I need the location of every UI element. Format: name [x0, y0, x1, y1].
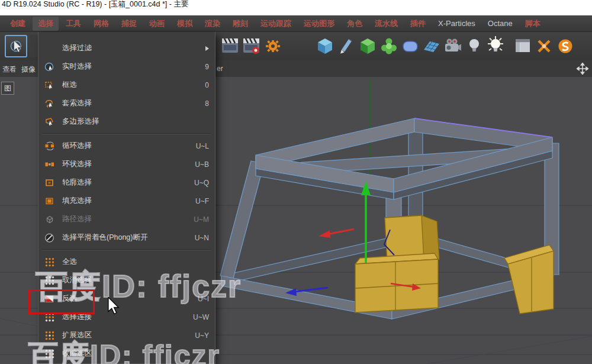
menu-工具[interactable]: 工具: [60, 17, 86, 31]
partial-tool-button[interactable]: [30, 35, 38, 57]
menu-item-环状选择[interactable]: 环状选择U~B: [38, 155, 215, 173]
menu-item-shortcut: U~B: [195, 160, 209, 169]
outline-select-icon: [43, 177, 56, 189]
floor-button[interactable]: [422, 35, 442, 57]
toolbar-buttons: [220, 35, 575, 57]
pen-icon: [336, 35, 356, 57]
menu-item-选择过滤[interactable]: 选择过滤: [38, 39, 215, 57]
path-select-icon: [43, 214, 56, 226]
x-cross-icon: [534, 35, 554, 57]
clapper-icon: [220, 35, 240, 57]
menu-item-label: 套索选择: [62, 98, 201, 108]
menu-动画[interactable]: 动画: [144, 17, 170, 31]
lasso-select-icon: [43, 98, 56, 109]
menu-插件[interactable]: 插件: [405, 17, 431, 31]
camera-icon: [443, 35, 463, 57]
menu-item-多边形选择[interactable]: 多边形选择: [38, 112, 215, 131]
menu-item-轮廓选择[interactable]: 轮廓选择U~Q: [38, 173, 215, 192]
menu-item-label: 轮廓选择: [62, 178, 191, 188]
menu-模拟[interactable]: 模拟: [172, 17, 198, 31]
viewport-menu-partial-text: er: [217, 65, 223, 73]
cinema4d-window: 4D R19.024 Studio (RC - R19) - [玉箱_0001.…: [0, 0, 592, 364]
menu-item-shortcut: U~W: [193, 313, 209, 321]
layout-icon: [513, 35, 533, 57]
menu-separator: [42, 133, 211, 134]
live-selection-icon: [6, 36, 26, 56]
menu-item-框选[interactable]: 框选0: [38, 76, 215, 94]
live-select-icon: [43, 61, 56, 73]
pillow-icon: [400, 35, 420, 57]
mouse-cursor: [107, 297, 120, 315]
menu-运动图形[interactable]: 运动图形: [298, 17, 340, 31]
bulb-glow-icon: [485, 35, 506, 57]
z-axis-arrow: [294, 288, 328, 292]
menu-item-label: 多边形选择: [62, 117, 209, 127]
light-button[interactable]: [464, 35, 484, 57]
menu-item-实时选择[interactable]: 实时选择9: [38, 57, 215, 76]
menu-item-label: 环状选择: [62, 159, 191, 169]
plane-icon: [422, 35, 442, 57]
menu-item-shortcut: U~M: [194, 215, 209, 224]
menu-item-路径选择: 路径选择U~M: [38, 210, 215, 228]
mograph-button[interactable]: [379, 35, 399, 57]
menu-item-shortcut: U~N: [195, 234, 209, 242]
menu-item-label: 选择平滑着色(Phong)断开: [62, 233, 191, 243]
watermark-text: 百度ID: ffjczr: [28, 336, 220, 364]
camera-button[interactable]: [443, 35, 463, 57]
menu-创建[interactable]: 创建: [5, 17, 31, 31]
viewport-label-tab[interactable]: 图: [1, 82, 14, 95]
menu-item-shortcut: 0: [205, 81, 209, 89]
menu-item-label: 路径选择: [62, 214, 190, 224]
viewport-menu-camera[interactable]: 摄像: [21, 65, 36, 75]
add-cube-button[interactable]: [315, 35, 335, 57]
menu-item-label: 实时选择: [62, 62, 201, 72]
loop-select-icon: [43, 140, 56, 152]
bulb-icon: [464, 35, 484, 57]
octane-button[interactable]: [555, 35, 575, 57]
interface-button[interactable]: [513, 35, 533, 57]
menu-item-循环选择[interactable]: 循环选择U~L: [38, 137, 215, 155]
live-selection-tool[interactable]: [5, 35, 27, 57]
x-axis-arrow: [327, 229, 354, 234]
light-glow-button[interactable]: [485, 35, 506, 57]
deformer-button[interactable]: [400, 35, 420, 57]
render-picture-viewer-button[interactable]: [242, 35, 262, 57]
menu-item-shortcut: U~Q: [194, 179, 209, 187]
ring-select-icon: [43, 159, 56, 170]
rect-select-icon: [43, 79, 56, 91]
menu-item-label: 循环选择: [62, 141, 192, 151]
menu-网格[interactable]: 网格: [88, 17, 114, 31]
render-view-button[interactable]: [220, 35, 240, 57]
menu-item-label: 框选: [62, 80, 201, 90]
fill-select-icon: [43, 195, 56, 207]
menu-渲染[interactable]: 渲染: [200, 17, 226, 31]
menu-item-label: 填充选择: [62, 196, 192, 206]
viewport-menu-view[interactable]: 查看: [2, 65, 17, 75]
menu-item-套索选择[interactable]: 套索选择8: [38, 94, 215, 112]
poly-select-icon: [43, 116, 56, 128]
menu-选择[interactable]: 选择: [33, 17, 59, 31]
menu-item-填充选择[interactable]: 填充选择U~F: [38, 192, 215, 210]
pan-view-icon[interactable]: [577, 63, 588, 75]
menu-运动跟踪[interactable]: 运动跟踪: [255, 17, 297, 31]
menu-X-Particles[interactable]: X-Particles: [433, 17, 481, 30]
menu-separator: [42, 249, 211, 250]
menu-item-选择平滑着色(Phong)断开[interactable]: 选择平滑着色(Phong)断开U~N: [38, 228, 215, 247]
window-titlebar: 4D R19.024 Studio (RC - R19) - [玉箱_0001.…: [0, 0, 592, 15]
spline-pen-button[interactable]: [336, 35, 356, 57]
cube-icon: [315, 35, 335, 57]
menu-角色[interactable]: 角色: [342, 17, 368, 31]
menu-Octane[interactable]: Octane: [482, 17, 518, 30]
subdivision-surface-button[interactable]: [358, 35, 378, 57]
menu-item-shortcut: 9: [205, 63, 209, 71]
menu-item-shortcut: U~F: [195, 197, 209, 205]
menu-脚本[interactable]: 脚本: [520, 17, 546, 31]
xparticles-button[interactable]: [534, 35, 554, 57]
render-settings-button[interactable]: [263, 35, 283, 57]
menu-捕捉[interactable]: 捕捉: [116, 17, 142, 31]
green-cube-icon: [358, 35, 378, 57]
menu-雕刻[interactable]: 雕刻: [227, 17, 253, 31]
menu-流水线[interactable]: 流水线: [369, 17, 403, 31]
window-title: 4D R19.024 Studio (RC - R19) - [玉箱_0001.…: [2, 0, 188, 8]
octane-icon: [555, 35, 575, 57]
